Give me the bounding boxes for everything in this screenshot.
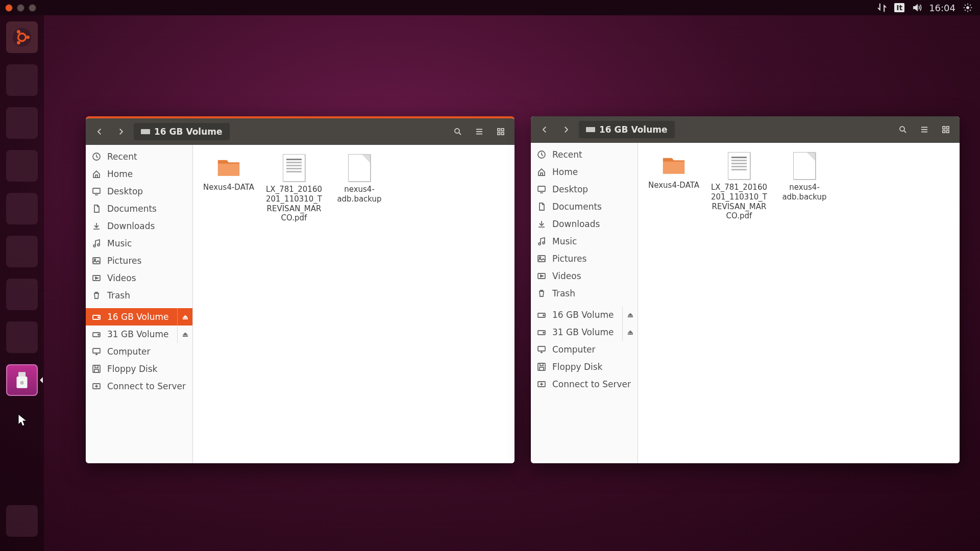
view-grid-button[interactable] bbox=[492, 123, 509, 140]
eject-button[interactable] bbox=[622, 306, 638, 323]
file-label: Nexus4-DATA bbox=[203, 183, 254, 192]
file-item[interactable]: Nexus4-DATA bbox=[198, 152, 259, 225]
video-icon bbox=[537, 271, 546, 281]
sidebar-item-documents[interactable]: Documents bbox=[531, 198, 638, 215]
drive-icon bbox=[537, 345, 546, 354]
sidebar-item-recent[interactable]: Recent bbox=[531, 146, 638, 163]
nav-back-button[interactable] bbox=[91, 123, 108, 140]
doc-icon bbox=[92, 204, 101, 213]
sidebar-item-computer[interactable]: Computer bbox=[86, 343, 192, 360]
system-settings-icon[interactable] bbox=[963, 3, 973, 13]
file-item[interactable]: Nexus4-DATA bbox=[643, 150, 704, 223]
sidebar-item-videos[interactable]: Videos bbox=[86, 269, 192, 287]
sidebar-item-music[interactable]: Music bbox=[86, 235, 192, 252]
sidebar-item-pictures[interactable]: Pictures bbox=[86, 252, 192, 269]
download-icon bbox=[92, 221, 101, 231]
sidebar-item-vol31[interactable]: 31 GB Volume bbox=[531, 323, 638, 341]
launcher-firefox[interactable] bbox=[6, 150, 38, 182]
sidebar-item-pictures[interactable]: Pictures bbox=[531, 250, 638, 267]
file-item[interactable]: nexus4-adb.backup bbox=[329, 152, 390, 225]
eject-button[interactable] bbox=[177, 325, 192, 343]
sidebar-item-computer[interactable]: Computer bbox=[531, 341, 638, 358]
sidebar-item-label: Documents bbox=[552, 202, 602, 212]
search-button[interactable] bbox=[894, 121, 912, 138]
sidebar-item-floppy[interactable]: Floppy Disk bbox=[86, 360, 192, 378]
nav-back-button[interactable] bbox=[536, 121, 553, 138]
launcher bbox=[0, 15, 44, 551]
sidebar-item-videos[interactable]: Videos bbox=[531, 267, 638, 285]
svg-rect-24 bbox=[141, 129, 150, 134]
drive-icon bbox=[92, 330, 101, 339]
view-grid-button[interactable] bbox=[937, 121, 954, 138]
volume-icon[interactable] bbox=[912, 3, 922, 13]
sidebar-item-connect[interactable]: Connect to Server bbox=[531, 375, 638, 393]
file-label: nexus4-adb.backup bbox=[331, 185, 388, 204]
sidebar-item-label: Recent bbox=[107, 152, 137, 162]
eject-button[interactable] bbox=[622, 323, 638, 341]
sidebar-item-label: 16 GB Volume bbox=[107, 312, 169, 322]
file-item[interactable]: LX_781_20160201_110310_TREVISAN_MARCO.pd… bbox=[263, 152, 325, 225]
sidebar-item-label: Music bbox=[552, 236, 577, 246]
sidebar-item-trash[interactable]: Trash bbox=[531, 285, 638, 302]
file-view[interactable]: Nexus4-DATALX_781_20160201_110310_TREVIS… bbox=[638, 143, 960, 463]
sidebar-item-label: Downloads bbox=[552, 219, 600, 229]
file-view[interactable]: Nexus4-DATALX_781_20160201_110310_TREVIS… bbox=[193, 145, 514, 463]
sidebar-item-recent[interactable]: Recent bbox=[86, 148, 192, 165]
sidebar-item-downloads[interactable]: Downloads bbox=[531, 215, 638, 233]
document-icon bbox=[283, 154, 305, 182]
launcher-trash[interactable] bbox=[6, 505, 38, 537]
sidebar-item-home[interactable]: Home bbox=[86, 165, 192, 183]
svg-rect-30 bbox=[586, 127, 595, 132]
sidebar-item-floppy[interactable]: Floppy Disk bbox=[531, 358, 638, 375]
path-bar[interactable]: 16 GB Volume bbox=[134, 123, 230, 140]
sidebar-item-label: 16 GB Volume bbox=[552, 310, 614, 320]
sidebar-item-downloads[interactable]: Downloads bbox=[86, 217, 192, 235]
launcher-usb-device[interactable] bbox=[6, 364, 38, 396]
eject-button[interactable] bbox=[177, 308, 192, 325]
close-button[interactable] bbox=[5, 4, 13, 12]
drive-icon bbox=[537, 310, 546, 319]
launcher-app-4[interactable] bbox=[6, 193, 38, 224]
sidebar-item-label: Videos bbox=[552, 271, 581, 281]
nav-forward-button[interactable] bbox=[112, 123, 130, 140]
sidebar-item-desktop[interactable]: Desktop bbox=[86, 183, 192, 200]
top-panel: It 16:04 bbox=[0, 0, 980, 15]
clock[interactable]: 16:04 bbox=[929, 3, 955, 13]
view-list-button[interactable] bbox=[916, 121, 933, 138]
keyboard-layout-indicator[interactable]: It bbox=[894, 3, 904, 12]
sidebar-item-home[interactable]: Home bbox=[531, 163, 638, 181]
minimize-button[interactable] bbox=[17, 4, 24, 12]
drive-icon bbox=[92, 312, 101, 321]
launcher-dash[interactable] bbox=[6, 21, 38, 53]
launcher-app-6[interactable] bbox=[6, 279, 38, 310]
launcher-app-5[interactable] bbox=[6, 236, 38, 267]
view-list-button[interactable] bbox=[471, 123, 488, 140]
sidebar-item-vol16[interactable]: 16 GB Volume bbox=[86, 308, 192, 325]
sidebar-item-label: Trash bbox=[552, 288, 575, 298]
file-item[interactable]: LX_781_20160201_110310_TREVISAN_MARCO.pd… bbox=[708, 150, 770, 223]
sidebar: RecentHomeDesktopDocumentsDownloadsMusic… bbox=[531, 143, 638, 463]
sidebar-item-trash[interactable]: Trash bbox=[86, 287, 192, 304]
sidebar-item-documents[interactable]: Documents bbox=[86, 200, 192, 217]
sidebar-item-label: 31 GB Volume bbox=[552, 327, 614, 337]
trash-icon bbox=[537, 289, 546, 298]
launcher-settings[interactable] bbox=[6, 321, 38, 353]
video-icon bbox=[92, 273, 101, 283]
network-icon[interactable] bbox=[877, 3, 887, 13]
sidebar-item-desktop[interactable]: Desktop bbox=[531, 181, 638, 198]
svg-rect-32 bbox=[943, 127, 945, 129]
svg-rect-33 bbox=[947, 127, 949, 129]
nav-forward-button[interactable] bbox=[557, 121, 575, 138]
sidebar-item-connect[interactable]: Connect to Server bbox=[86, 378, 192, 395]
search-button[interactable] bbox=[449, 123, 467, 140]
path-bar[interactable]: 16 GB Volume bbox=[579, 121, 675, 138]
svg-rect-29 bbox=[502, 133, 504, 135]
launcher-app-2[interactable] bbox=[6, 107, 38, 139]
sidebar-item-vol31[interactable]: 31 GB Volume bbox=[86, 325, 192, 343]
file-item[interactable]: nexus4-adb.backup bbox=[774, 150, 835, 223]
launcher-files[interactable] bbox=[6, 64, 38, 96]
sidebar-item-music[interactable]: Music bbox=[531, 233, 638, 250]
sidebar-item-label: Pictures bbox=[552, 254, 586, 264]
sidebar-item-vol16[interactable]: 16 GB Volume bbox=[531, 306, 638, 323]
maximize-button[interactable] bbox=[29, 4, 36, 12]
